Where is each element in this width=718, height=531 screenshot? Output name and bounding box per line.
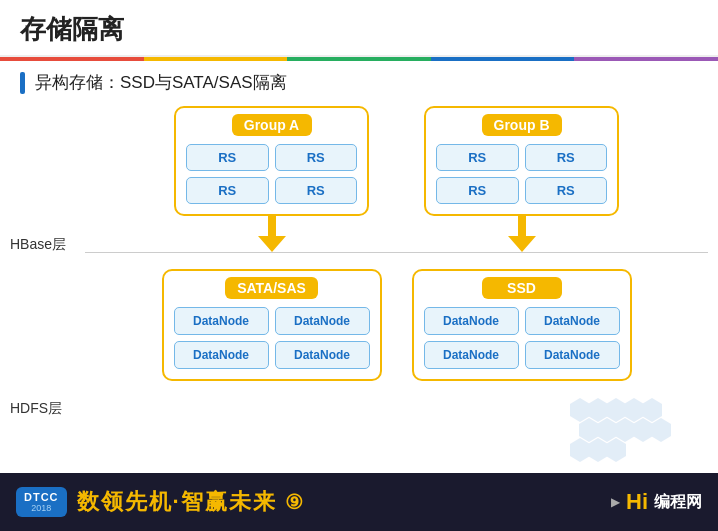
datanode-box: DataNode	[275, 307, 370, 335]
color-bar	[0, 57, 718, 61]
svg-marker-8	[642, 398, 662, 422]
ssd-storage-header: SSD	[482, 277, 562, 299]
footer: DTCC 2018 数领先机·智赢未来 ⑨ ▶ Hi 编程网	[0, 473, 718, 531]
rs-box: RS	[275, 144, 358, 171]
svg-rect-0	[268, 216, 276, 236]
svg-marker-10	[597, 418, 617, 442]
subtitle-text: 异构存储：SSD与SATA/SAS隔离	[35, 71, 287, 94]
footer-badge-bottom: 2018	[31, 503, 51, 513]
page-title: 存储隔离	[20, 12, 124, 47]
footer-site-text: 编程网	[654, 492, 702, 513]
datanode-box: DataNode	[275, 341, 370, 369]
hbase-groups: Group A RS RS RS RS Group B RS RS	[85, 106, 708, 216]
ssd-dn-grid: DataNode DataNode DataNode DataNode	[424, 307, 620, 369]
footer-icon: ⑨	[285, 491, 305, 513]
rs-box: RS	[525, 177, 608, 204]
svg-marker-4	[570, 398, 590, 422]
datanode-box: DataNode	[174, 307, 269, 335]
group-a-header: Group A	[232, 114, 312, 136]
sata-dn-grid: DataNode DataNode DataNode DataNode	[174, 307, 370, 369]
watermark-svg	[568, 398, 688, 478]
arrows-row	[85, 216, 708, 252]
datanode-box: DataNode	[525, 341, 620, 369]
footer-slogan: 数领先机·智赢未来 ⑨	[77, 487, 611, 517]
rs-box: RS	[186, 144, 269, 171]
svg-marker-6	[606, 398, 626, 422]
footer-logo-text: Hi	[626, 489, 648, 515]
footer-badge: DTCC 2018	[16, 487, 67, 517]
svg-marker-7	[624, 398, 644, 422]
group-b-column: Group B RS RS RS RS	[412, 106, 632, 216]
group-b-box: Group B RS RS RS RS	[424, 106, 619, 216]
svg-rect-2	[518, 216, 526, 236]
svg-marker-9	[579, 418, 599, 442]
hdfs-storages: SATA/SAS DataNode DataNode DataNode Data…	[85, 261, 708, 381]
footer-badge-top: DTCC	[24, 491, 59, 503]
arrow-b-wrapper	[412, 216, 632, 252]
diagram-content: Group A RS RS RS RS Group B RS RS	[85, 106, 708, 488]
footer-slogan-text: 数领先机·智赢未来	[77, 489, 277, 514]
bar-green	[287, 57, 431, 61]
datanode-box: DataNode	[174, 341, 269, 369]
svg-marker-16	[606, 438, 626, 462]
bar-red	[0, 57, 144, 61]
subtitle-row: 异构存储：SSD与SATA/SAS隔离	[0, 61, 718, 98]
arrow-a-wrapper	[162, 216, 382, 252]
sata-storage-header: SATA/SAS	[225, 277, 318, 299]
rs-box: RS	[436, 144, 519, 171]
hdfs-label: HDFS层	[10, 329, 85, 488]
svg-marker-12	[633, 418, 653, 442]
rs-box: RS	[436, 177, 519, 204]
footer-arrow: ▶	[611, 495, 620, 509]
rs-box: RS	[186, 177, 269, 204]
ssd-storage-box: SSD DataNode DataNode DataNode DataNode	[412, 269, 632, 381]
svg-marker-13	[651, 418, 671, 442]
group-a-box: Group A RS RS RS RS	[174, 106, 369, 216]
svg-marker-3	[508, 236, 536, 252]
subtitle-accent	[20, 72, 25, 94]
datanode-box: DataNode	[424, 307, 519, 335]
rs-box: RS	[275, 177, 358, 204]
svg-marker-15	[588, 438, 608, 462]
arrow-a-icon	[258, 216, 286, 252]
arrow-b-icon	[508, 216, 536, 252]
svg-marker-5	[588, 398, 608, 422]
separator-line	[85, 252, 708, 253]
sata-storage-col: SATA/SAS DataNode DataNode DataNode Data…	[162, 269, 382, 381]
datanode-box: DataNode	[525, 307, 620, 335]
main-diagram: HBase层 HDFS层 Group A RS RS RS RS	[0, 98, 718, 488]
group-b-rs-grid: RS RS RS RS	[436, 144, 607, 204]
footer-logo: ▶ Hi 编程网	[611, 489, 702, 515]
group-b-header: Group B	[482, 114, 562, 136]
hbase-label: HBase层	[10, 161, 85, 329]
watermark	[568, 398, 698, 478]
ssd-storage-col: SSD DataNode DataNode DataNode DataNode	[412, 269, 632, 381]
svg-marker-1	[258, 236, 286, 252]
layer-labels: HBase层 HDFS层	[10, 106, 85, 488]
page-header: 存储隔离	[0, 0, 718, 57]
svg-marker-14	[570, 438, 590, 462]
sata-storage-box: SATA/SAS DataNode DataNode DataNode Data…	[162, 269, 382, 381]
group-a-rs-grid: RS RS RS RS	[186, 144, 357, 204]
datanode-box: DataNode	[424, 341, 519, 369]
bar-yellow	[144, 57, 288, 61]
rs-box: RS	[525, 144, 608, 171]
svg-marker-11	[615, 418, 635, 442]
bar-blue	[431, 57, 575, 61]
group-a-column: Group A RS RS RS RS	[162, 106, 382, 216]
bar-purple	[574, 57, 718, 61]
